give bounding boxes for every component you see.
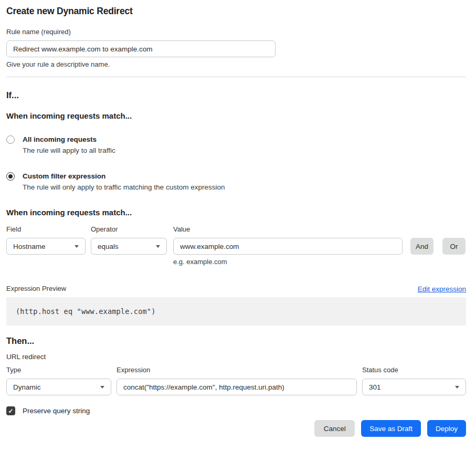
status-code-select-value: 301 <box>369 383 381 391</box>
radio-unselected-icon[interactable] <box>6 135 15 144</box>
rule-name-input[interactable] <box>6 40 276 57</box>
type-select-value: Dynamic <box>13 383 41 391</box>
preserve-query-row[interactable]: ✓ Preserve query string <box>6 406 466 415</box>
radio-desc-all-incoming: The rule will apply to all traffic <box>23 146 115 155</box>
field-column: Field Hostname <box>6 225 86 255</box>
checkmark-icon: ✓ <box>8 408 13 414</box>
rule-name-help: Give your rule a descriptive name. <box>6 60 466 68</box>
field-select-value: Hostname <box>13 243 46 250</box>
field-label: Field <box>6 225 86 234</box>
edit-expression-link[interactable]: Edit expression <box>418 285 466 293</box>
redirect-expression-input[interactable] <box>117 379 357 395</box>
deploy-button[interactable]: Deploy <box>427 420 466 437</box>
radio-selected-icon[interactable] <box>6 172 15 181</box>
incoming-requests-subheading: When incoming requests match... <box>6 111 466 120</box>
operator-select[interactable]: equals <box>91 238 167 255</box>
operator-select-value: equals <box>98 243 119 250</box>
radio-label-custom-filter[interactable]: Custom filter expression <box>23 172 225 181</box>
type-select[interactable]: Dynamic <box>6 379 111 395</box>
and-button[interactable]: And <box>410 238 433 255</box>
save-as-draft-button[interactable]: Save as Draft <box>361 420 421 437</box>
radio-option-custom-filter[interactable]: Custom filter expression The rule will o… <box>6 172 466 192</box>
expression-preview-row: Expression Preview Edit expression <box>6 285 466 293</box>
operator-label: Operator <box>91 225 167 234</box>
url-redirect-label: URL redirect <box>6 353 466 361</box>
or-button[interactable]: Or <box>442 238 466 255</box>
footer-actions: Cancel Save as Draft Deploy <box>6 420 466 437</box>
value-label: Value <box>173 225 403 234</box>
chevron-down-icon <box>156 245 160 248</box>
condition-builder-heading: When incoming requests match... <box>6 208 466 217</box>
expression-preview-label: Expression Preview <box>6 285 66 293</box>
rule-name-label: Rule name (required) <box>6 28 466 36</box>
value-column: Value e.g. example.com <box>173 225 403 266</box>
value-help: e.g. example.com <box>173 258 403 266</box>
preserve-query-label[interactable]: Preserve query string <box>23 407 90 415</box>
condition-row: Field Hostname Operator equals Value e.g… <box>6 225 466 266</box>
field-select[interactable]: Hostname <box>6 238 86 255</box>
andor-buttons: And Or <box>410 225 466 255</box>
action-row: Type Dynamic Expression Status code 301 <box>6 366 466 395</box>
expression-preview-code: (http.host eq "www.example.com") <box>16 307 156 316</box>
status-code-label: Status code <box>362 366 466 374</box>
create-dynamic-redirect-form: Create new Dynamic Redirect Rule name (r… <box>0 6 476 451</box>
radio-desc-custom-filter: The rule will only apply to traffic matc… <box>23 183 225 192</box>
operator-column: Operator equals <box>91 225 167 255</box>
type-column: Type Dynamic <box>6 366 111 395</box>
chevron-down-icon <box>100 386 104 389</box>
status-code-select[interactable]: 301 <box>362 379 466 395</box>
checkbox-checked[interactable]: ✓ <box>6 406 15 415</box>
cancel-button[interactable]: Cancel <box>314 420 355 437</box>
expression-label: Expression <box>117 366 357 374</box>
expression-column: Expression <box>117 366 357 395</box>
status-code-column: Status code 301 <box>362 366 466 395</box>
chevron-down-icon <box>455 386 459 389</box>
expression-preview-code-block: (http.host eq "www.example.com") <box>6 297 466 326</box>
chevron-down-icon <box>75 245 79 248</box>
radio-label-all-incoming[interactable]: All incoming requests <box>23 135 115 144</box>
section-divider <box>6 77 466 77</box>
radio-option-all-incoming[interactable]: All incoming requests The rule will appl… <box>6 135 466 155</box>
if-heading: If... <box>6 90 466 100</box>
value-input[interactable] <box>173 238 403 255</box>
then-heading: Then... <box>6 336 466 346</box>
type-label: Type <box>6 366 111 374</box>
page-title: Create new Dynamic Redirect <box>6 6 466 17</box>
